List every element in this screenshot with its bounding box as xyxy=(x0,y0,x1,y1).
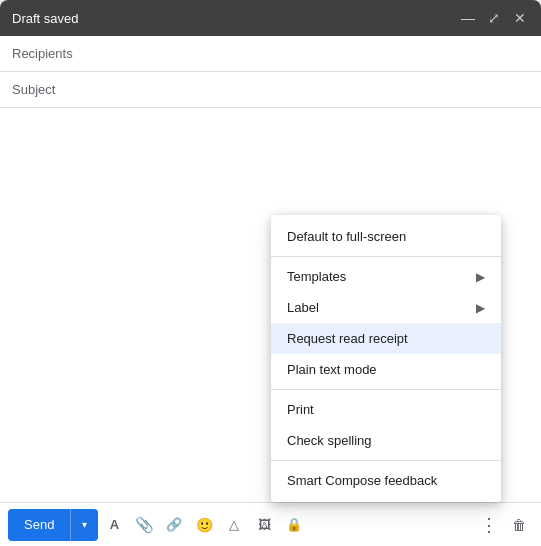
menu-item-label: Default to full-screen xyxy=(287,229,406,244)
menu-divider xyxy=(271,389,501,390)
menu-divider xyxy=(271,460,501,461)
menu-item-templates[interactable]: Templates▶ xyxy=(271,261,501,292)
menu-item-read-receipt[interactable]: Request read receipt xyxy=(271,323,501,354)
menu-item-label: Label xyxy=(287,300,319,315)
menu-item-label[interactable]: Label▶ xyxy=(271,292,501,323)
menu-item-check-spelling[interactable]: Check spelling xyxy=(271,425,501,456)
submenu-arrow-icon: ▶ xyxy=(476,270,485,284)
menu-item-label: Smart Compose feedback xyxy=(287,473,437,488)
menu-item-label: Plain text mode xyxy=(287,362,377,377)
menu-item-label: Templates xyxy=(287,269,346,284)
menu-divider xyxy=(271,256,501,257)
menu-item-label: Request read receipt xyxy=(287,331,408,346)
menu-item-print[interactable]: Print xyxy=(271,394,501,425)
menu-item-label: Check spelling xyxy=(287,433,372,448)
submenu-arrow-icon: ▶ xyxy=(476,301,485,315)
context-menu: Default to full-screenTemplates▶Label▶Re… xyxy=(271,215,501,502)
menu-item-plain-text[interactable]: Plain text mode xyxy=(271,354,501,385)
menu-item-default-fullscreen[interactable]: Default to full-screen xyxy=(271,221,501,252)
menu-item-smart-compose[interactable]: Smart Compose feedback xyxy=(271,465,501,496)
menu-item-label: Print xyxy=(287,402,314,417)
compose-window: Draft saved — ⤢ ✕ Recipients Subject Sen… xyxy=(0,0,541,546)
